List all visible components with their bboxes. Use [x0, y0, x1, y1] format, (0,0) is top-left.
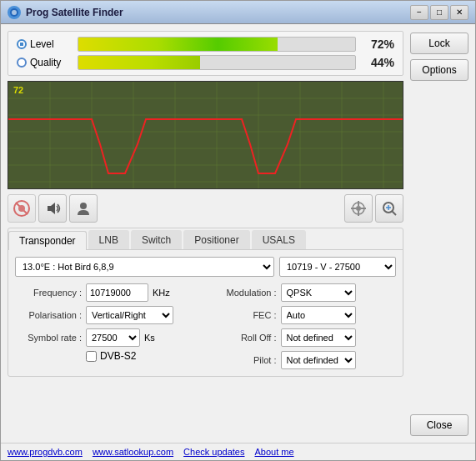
app-icon	[8, 6, 21, 19]
no-signal-button[interactable]	[8, 194, 36, 223]
signal-graph: 72	[8, 81, 403, 189]
modulation-label: Modulation :	[210, 288, 277, 298]
svg-line-29	[392, 211, 396, 215]
minimize-button[interactable]: −	[410, 5, 428, 20]
satellite-select[interactable]: 13.0°E : Hot Bird 6,8,9	[15, 257, 274, 277]
tab-transponder[interactable]: Transponder	[8, 231, 87, 250]
symbol-rate-label: Symbol rate :	[15, 333, 82, 343]
tab-positioner[interactable]: Positioner	[183, 230, 249, 249]
tab-content-transponder: 13.0°E : Hot Bird 6,8,9 10719 - V - 2750…	[8, 250, 403, 376]
rolloff-label: Roll Off :	[210, 333, 277, 343]
modulation-row: Modulation : QPSK	[210, 283, 397, 302]
search-zoom-button[interactable]	[375, 194, 403, 223]
frequency-unit: KHz	[153, 288, 170, 298]
level-bar-wrap	[78, 37, 356, 52]
window-controls: − □ ✕	[410, 5, 468, 20]
dvbs2-row: DVB-S2	[15, 350, 202, 362]
window-title: Prog Satellite Finder	[26, 7, 405, 18]
progdvb-link[interactable]: www.progdvb.com	[8, 447, 83, 457]
quality-label: Quality	[30, 57, 61, 68]
frequency-row: Frequency : KHz	[15, 283, 202, 302]
svg-point-22	[356, 206, 361, 211]
maximize-button[interactable]: □	[430, 5, 448, 20]
svg-point-1	[12, 10, 17, 15]
polarisation-row: Polarisation : Vertical/Right	[15, 306, 202, 324]
satlookup-link[interactable]: www.satlookup.com	[93, 447, 173, 457]
tab-header: Transponder LNB Switch Positioner USALS	[8, 228, 403, 250]
symbol-rate-row: Symbol rate : 27500 Ks	[15, 328, 202, 347]
graph-value-label: 72	[13, 85, 23, 95]
pilot-row: Pilot : Not definded	[210, 351, 397, 369]
dvbs2-label: DVB-S2	[100, 350, 136, 362]
svg-point-19	[18, 205, 25, 212]
options-button[interactable]: Options	[410, 59, 468, 81]
quality-radio-btn[interactable]	[17, 58, 27, 68]
symbol-rate-unit: Ks	[144, 333, 155, 343]
svg-marker-20	[48, 203, 55, 214]
rolloff-select[interactable]: Not defined	[281, 328, 356, 347]
params-grid: Frequency : KHz Polarisation : Vertical/…	[15, 283, 396, 369]
dvbs2-checkbox[interactable]	[86, 351, 97, 362]
frequency-select[interactable]: 10719 - V - 27500	[279, 257, 396, 277]
fec-label: FEC :	[210, 310, 277, 320]
check-updates-link[interactable]: Check updates	[183, 447, 244, 457]
fec-row: FEC : Auto	[210, 306, 397, 324]
level-label: Level	[30, 38, 54, 50]
titlebar: Prog Satellite Finder − □ ✕	[1, 1, 475, 24]
rolloff-row: Roll Off : Not defined	[210, 328, 397, 347]
polarisation-label: Polarisation :	[15, 310, 82, 320]
level-radio-btn[interactable]	[17, 39, 27, 49]
tab-usals[interactable]: USALS	[252, 230, 306, 249]
tab-switch[interactable]: Switch	[131, 230, 182, 249]
quality-bar	[78, 56, 200, 69]
satellite-button[interactable]	[344, 194, 373, 223]
symbol-rate-select[interactable]: 27500	[86, 328, 140, 347]
quality-radio[interactable]: Quality	[17, 57, 71, 68]
frequency-label: Frequency :	[15, 288, 82, 298]
level-value: 72%	[363, 38, 394, 51]
modulation-select[interactable]: QPSK	[281, 283, 356, 302]
person-button[interactable]	[69, 194, 98, 223]
quality-bar-wrap	[78, 55, 356, 70]
pilot-select[interactable]: Not definded	[281, 351, 356, 369]
fec-select[interactable]: Auto	[281, 306, 356, 324]
close-button[interactable]: ✕	[450, 5, 468, 20]
about-me-link[interactable]: About me	[254, 447, 293, 457]
lock-button[interactable]: Lock	[410, 33, 468, 54]
level-bar	[78, 38, 278, 51]
toolbar	[8, 194, 403, 223]
satellite-row: 13.0°E : Hot Bird 6,8,9 10719 - V - 2750…	[15, 257, 396, 277]
speaker-button[interactable]	[38, 194, 67, 223]
pilot-label: Pilot :	[210, 355, 277, 365]
tabs-panel: Transponder LNB Switch Positioner USALS …	[8, 228, 403, 377]
footer: www.progdvb.com www.satlookup.com Check …	[1, 443, 475, 460]
frequency-input[interactable]	[86, 283, 148, 302]
svg-point-21	[80, 203, 87, 209]
polarisation-select[interactable]: Vertical/Right	[86, 306, 173, 324]
level-radio[interactable]: Level	[17, 38, 71, 50]
tab-lnb[interactable]: LNB	[88, 230, 129, 249]
quality-value: 44%	[363, 56, 394, 69]
meters-section: Level 72% Quality 44%	[8, 31, 403, 76]
close-button[interactable]: Close	[410, 414, 468, 436]
side-panel: Lock Options Close	[410, 31, 468, 436]
